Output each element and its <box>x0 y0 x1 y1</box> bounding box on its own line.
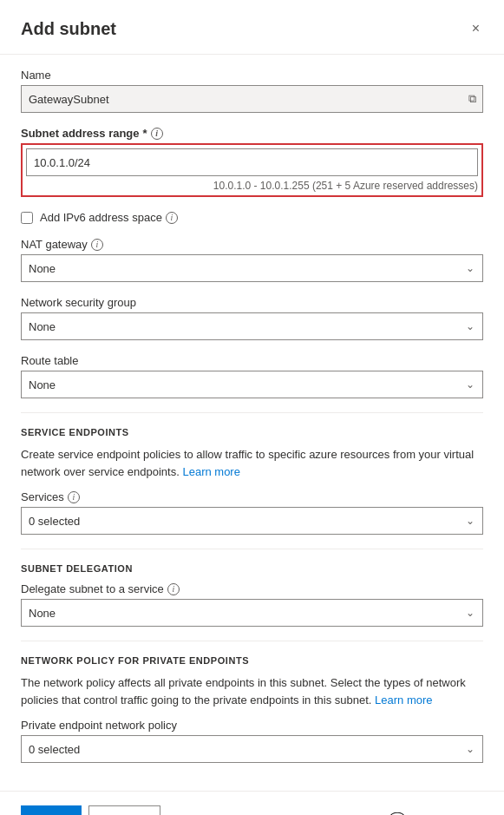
delegate-select-wrapper: None ⌄ <box>21 599 483 627</box>
divider-3 <box>21 641 483 641</box>
nat-gateway-select-wrapper: None ⌄ <box>21 254 483 282</box>
private-endpoint-policy-field-group: Private endpoint network policy 0 select… <box>21 719 483 763</box>
private-endpoint-policy-select-wrapper: 0 selected ⌄ <box>21 735 483 763</box>
subnet-delegation-section-header: SUBNET DELEGATION <box>21 563 483 574</box>
route-table-field-group: Route table None ⌄ <box>21 354 483 398</box>
name-input[interactable] <box>21 85 483 113</box>
delegate-label: Delegate subnet to a service i <box>21 582 483 595</box>
route-table-select[interactable]: None <box>21 371 483 398</box>
ipv6-checkbox[interactable] <box>21 212 33 224</box>
services-label: Services i <box>21 490 483 503</box>
network-policy-desc: The network policy affects all private e… <box>21 674 483 708</box>
private-endpoint-policy-label: Private endpoint network policy <box>21 719 483 732</box>
nat-gateway-select[interactable]: None <box>21 254 483 282</box>
services-select-wrapper: 0 selected ⌄ <box>21 507 483 535</box>
ipv6-info-icon[interactable]: i <box>166 212 178 224</box>
panel-header: Add subnet × <box>0 0 504 55</box>
service-endpoints-section-header: SERVICE ENDPOINTS <box>21 427 483 437</box>
name-field-group: Name ⧉ <box>21 69 483 113</box>
footer-actions: Save Cancel <box>21 805 160 815</box>
feedback-button[interactable]: 💬 Give feedback <box>389 812 483 816</box>
nsg-select[interactable]: None <box>21 312 483 340</box>
ipv6-checkbox-row: Add IPv6 address space i <box>21 211 483 224</box>
name-label: Name <box>21 69 483 82</box>
services-select[interactable]: 0 selected <box>21 507 483 535</box>
subnet-address-field-group: Subnet address range * i 10.0.1.0 - 10.0… <box>21 127 483 197</box>
divider-2 <box>21 549 483 549</box>
nsg-select-wrapper: None ⌄ <box>21 312 483 340</box>
divider-1 <box>21 412 483 413</box>
nsg-field-group: Network security group None ⌄ <box>21 296 483 340</box>
service-endpoints-desc: Create service endpoint policies to allo… <box>21 446 483 480</box>
network-policy-learn-more[interactable]: Learn more <box>375 693 432 707</box>
panel-footer: Save Cancel 💬 Give feedback <box>0 791 504 815</box>
nsg-label: Network security group <box>21 296 483 309</box>
network-policy-section-header: NETWORK POLICY FOR PRIVATE ENDPOINTS <box>21 655 483 666</box>
services-info-icon[interactable]: i <box>68 491 80 503</box>
nat-gateway-info-icon[interactable]: i <box>91 239 103 251</box>
service-endpoints-learn-more[interactable]: Learn more <box>182 465 239 478</box>
subnet-address-label: Subnet address range * i <box>21 127 483 140</box>
panel-body: Name ⧉ Subnet address range * i 10.0.1.0… <box>0 55 504 791</box>
add-subnet-panel: Add subnet × Name ⧉ Subnet address range… <box>0 0 504 815</box>
nat-gateway-field-group: NAT gateway i None ⌄ <box>21 238 483 282</box>
copy-icon[interactable]: ⧉ <box>468 92 476 106</box>
save-button[interactable]: Save <box>21 805 82 815</box>
delegate-select[interactable]: None <box>21 599 483 627</box>
nat-gateway-label: NAT gateway i <box>21 238 483 251</box>
close-button[interactable]: × <box>468 17 483 40</box>
delegate-field-group: Delegate subnet to a service i None ⌄ <box>21 582 483 627</box>
cancel-button[interactable]: Cancel <box>88 805 160 815</box>
private-endpoint-policy-select[interactable]: 0 selected <box>21 735 483 763</box>
subnet-address-field-wrapper: 10.0.1.0 - 10.0.1.255 (251 + 5 Azure res… <box>21 143 483 197</box>
route-table-label: Route table <box>21 354 483 367</box>
route-table-select-wrapper: None ⌄ <box>21 371 483 398</box>
subnet-address-info-icon[interactable]: i <box>151 128 163 140</box>
delegate-info-icon[interactable]: i <box>167 583 180 595</box>
feedback-icon: 💬 <box>389 812 406 816</box>
name-input-wrapper: ⧉ <box>21 85 483 113</box>
ipv6-label: Add IPv6 address space i <box>40 211 178 224</box>
services-field-group: Services i 0 selected ⌄ <box>21 490 483 535</box>
subnet-address-input[interactable] <box>26 148 478 176</box>
panel-title: Add subnet <box>21 19 116 39</box>
address-hint: 10.0.1.0 - 10.0.1.255 (251 + 5 Azure res… <box>26 180 478 192</box>
